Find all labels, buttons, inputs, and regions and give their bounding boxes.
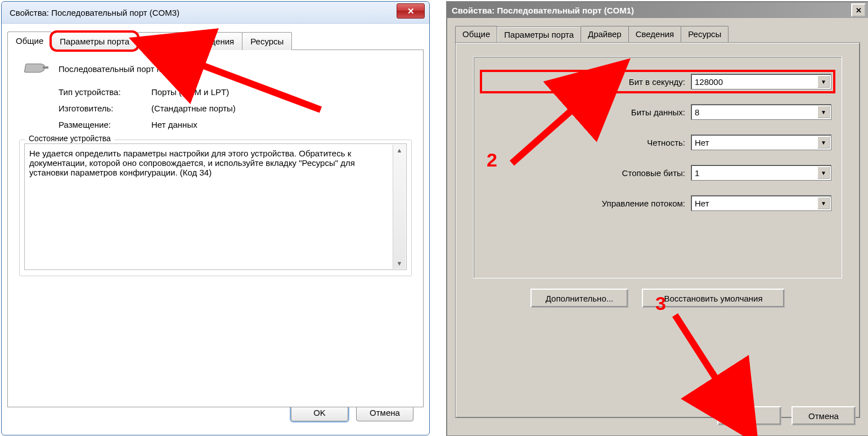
- manufacturer-label: Изготовитель:: [59, 104, 151, 113]
- close-button[interactable]: ✕: [851, 3, 866, 17]
- chevron-down-icon[interactable]: ▼: [817, 167, 830, 179]
- chevron-down-icon[interactable]: ▼: [817, 106, 830, 118]
- flow-control-select[interactable]: Нет ▼: [691, 195, 831, 211]
- close-icon: ✕: [856, 6, 862, 15]
- manufacturer-value: (Стандартные порты): [151, 104, 236, 113]
- tab-resources[interactable]: Ресурсы: [681, 26, 728, 42]
- tab-port-params[interactable]: Параметры порта: [497, 26, 581, 43]
- chevron-down-icon[interactable]: ▼: [817, 75, 830, 88]
- location-value: Нет данных: [151, 120, 197, 129]
- ok-button[interactable]: OK: [717, 406, 781, 425]
- tabstrip: Общие Параметры порта Драйвер Сведения Р…: [7, 29, 424, 50]
- tab-details[interactable]: Сведения: [628, 26, 682, 42]
- parity-select[interactable]: Нет ▼: [691, 134, 831, 150]
- tab-general[interactable]: Общие: [455, 26, 497, 42]
- parity-row: Четность: Нет ▼: [484, 134, 831, 150]
- stop-bits-label: Стоповые биты:: [622, 168, 685, 178]
- bits-per-second-label: Бит в секунду:: [629, 77, 685, 87]
- titlebar[interactable]: Свойства: Последовательный порт (COM3) ✕: [2, 2, 429, 24]
- tab-resources[interactable]: Ресурсы: [242, 32, 292, 50]
- device-name: Последовательный порт M3): [59, 64, 171, 74]
- tab-panel-port-params: Бит в секунду: 128000 ▼ Биты данных: 8 ▼…: [455, 42, 860, 418]
- status-scrollbar[interactable]: ▲ ▼: [393, 145, 406, 269]
- parity-label: Четность:: [647, 138, 685, 147]
- window-title: Свойства: Последовательный порт (COM3): [10, 8, 397, 17]
- titlebar[interactable]: Свойства: Последовательный порт (COM1) ✕: [447, 2, 868, 18]
- flow-control-label: Управление потоком:: [602, 199, 685, 208]
- cancel-button[interactable]: Отмена: [791, 406, 856, 425]
- tab-driver[interactable]: Драйвер: [137, 32, 188, 50]
- advanced-button[interactable]: Дополнительно...: [530, 289, 628, 308]
- data-bits-row: Биты данных: 8 ▼: [484, 104, 831, 120]
- window-title: Свойства: Последовательный порт (COM1): [452, 6, 851, 15]
- chevron-down-icon[interactable]: ▼: [817, 136, 830, 149]
- device-type-label: Тип устройства:: [59, 87, 151, 97]
- location-label: Размещение:: [59, 120, 151, 129]
- scroll-down-icon[interactable]: ▼: [393, 258, 406, 269]
- close-button[interactable]: ✕: [397, 3, 425, 19]
- device-status-text[interactable]: Не удается определить параметры настройк…: [24, 143, 407, 270]
- tab-details[interactable]: Сведения: [187, 32, 243, 50]
- port-settings-group: Бит в секунду: 128000 ▼ Биты данных: 8 ▼…: [473, 56, 842, 278]
- scroll-up-icon[interactable]: ▲: [393, 145, 406, 156]
- device-status-group: Состояние устройства Не удается определи…: [19, 140, 412, 276]
- close-icon: ✕: [407, 7, 415, 15]
- device-status-legend: Состояние устройства: [25, 134, 114, 143]
- tab-driver[interactable]: Драйвер: [581, 26, 629, 42]
- tab-port-params[interactable]: Параметры порта: [51, 32, 138, 50]
- serial-port-icon: [24, 60, 47, 77]
- annotation-number-2: 2: [487, 149, 497, 171]
- stop-bits-select[interactable]: 1 ▼: [691, 165, 831, 181]
- stop-bits-row: Стоповые биты: 1 ▼: [484, 165, 831, 181]
- annotation-number-3: 3: [655, 293, 666, 314]
- tabstrip: Общие Параметры порта Драйвер Сведения Р…: [455, 26, 860, 42]
- properties-dialog-com3: Свойства: Последовательный порт (COM3) ✕…: [1, 1, 430, 435]
- chevron-down-icon[interactable]: ▼: [817, 197, 830, 209]
- device-type-value: Порты (COM и LPT): [151, 87, 229, 97]
- properties-dialog-com1: Свойства: Последовательный порт (COM1) ✕…: [446, 1, 868, 436]
- bits-per-second-select[interactable]: 128000 ▼: [691, 74, 831, 89]
- tab-general[interactable]: Общие: [7, 32, 52, 50]
- tab-panel-general: Последовательный порт M3) Тип устройства…: [7, 50, 424, 407]
- bits-per-second-row: Бит в секунду: 128000 ▼: [484, 74, 831, 89]
- device-info-grid: Тип устройства: Порты (COM и LPT) Изгото…: [59, 87, 412, 129]
- data-bits-label: Биты данных:: [631, 107, 685, 117]
- flow-control-row: Управление потоком: Нет ▼: [484, 195, 831, 211]
- data-bits-select[interactable]: 8 ▼: [691, 104, 831, 120]
